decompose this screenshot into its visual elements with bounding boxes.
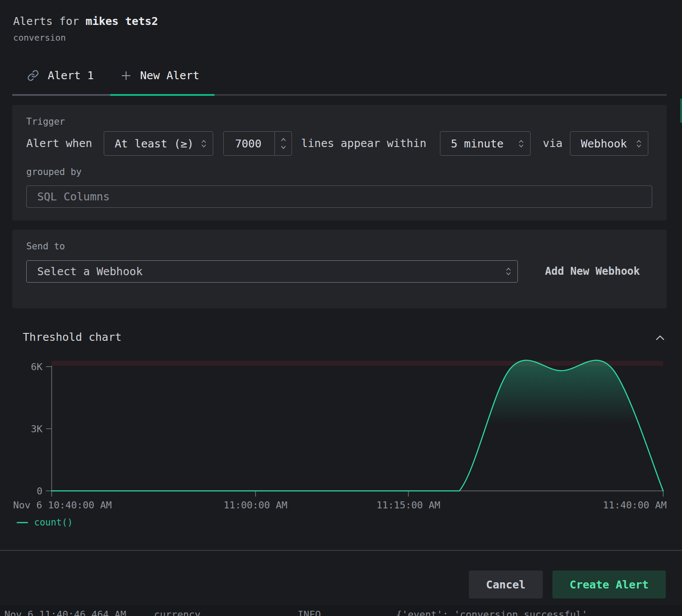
threshold-chart-title: Threshold chart <box>23 331 122 343</box>
chevron-updown-icon <box>636 139 642 149</box>
svg-text:Nov 6 10:40:00 AM: Nov 6 10:40:00 AM <box>13 500 112 511</box>
tab-alert-1-underline <box>12 94 110 96</box>
background-log-row: Nov 6 11:40:46.464 AM currency INFO {'ev… <box>0 605 682 616</box>
add-new-webhook-button[interactable]: Add New Webhook <box>545 260 640 283</box>
legend-line-swatch <box>17 522 28 523</box>
page-title-name: mikes tets2 <box>86 15 158 28</box>
threshold-value-field[interactable] <box>224 132 274 155</box>
svg-text:11:15:00 AM: 11:15:00 AM <box>376 500 440 511</box>
webhook-select[interactable]: Select a Webhook <box>26 260 518 283</box>
lines-appear-within-label: lines appear within <box>301 131 426 156</box>
svg-text:11:00:00 AM: 11:00:00 AM <box>224 500 288 511</box>
channel-select-value: Webhook <box>581 137 627 150</box>
scrollbar-thumb[interactable] <box>680 98 682 123</box>
page-subtitle: conversion <box>13 32 66 43</box>
create-alert-button[interactable]: Create Alert <box>552 570 666 598</box>
grouped-by-label: grouped by <box>26 167 81 177</box>
footer-divider <box>0 550 682 551</box>
time-window-select-value: 5 minute <box>451 137 503 150</box>
link-icon <box>27 70 39 81</box>
trigger-section-label: Trigger <box>26 116 65 127</box>
page-title: Alerts for mikes tets2 <box>13 15 158 28</box>
threshold-chart-canvas: 03K6KNov 6 10:40:00 AM11:00:00 AM11:15:0… <box>0 350 682 516</box>
tab-alert-1[interactable]: Alert 1 <box>27 69 94 82</box>
legend-item-count[interactable]: count() <box>17 517 73 528</box>
condition-select-value: At least (≥) <box>115 137 194 150</box>
log-row-timestamp: Nov 6 11:40:46.464 AM <box>4 609 126 616</box>
chevron-updown-icon <box>518 139 524 149</box>
chevron-up-icon <box>654 337 667 344</box>
svg-text:6K: 6K <box>31 361 43 372</box>
log-row-service: currency <box>154 609 200 616</box>
cancel-button[interactable]: Cancel <box>469 570 543 598</box>
alert-modal: Alerts for mikes tets2 conversion Alert … <box>0 0 682 616</box>
threshold-spinner[interactable] <box>274 132 292 155</box>
tab-alert-1-label: Alert 1 <box>48 69 94 82</box>
channel-select[interactable]: Webhook <box>570 131 648 156</box>
time-window-select[interactable]: 5 minute <box>440 131 531 156</box>
collapse-chart-button[interactable] <box>652 332 668 345</box>
log-row-message: {'event': 'conversion successful' <box>396 609 587 616</box>
chevron-updown-icon <box>201 139 207 149</box>
webhook-select-placeholder: Select a Webhook <box>37 265 143 278</box>
legend-label: count() <box>34 517 73 528</box>
svg-text:3K: 3K <box>31 424 43 434</box>
plus-icon <box>121 70 131 81</box>
alert-when-label: Alert when <box>26 131 92 156</box>
via-label: via <box>543 131 562 156</box>
chevron-updown-icon <box>506 266 511 276</box>
grouped-by-input[interactable] <box>26 186 652 208</box>
svg-text:11:40:00 AM: 11:40:00 AM <box>603 500 667 511</box>
log-row-level: INFO <box>298 609 321 616</box>
threshold-number-input[interactable] <box>223 131 292 156</box>
svg-text:0: 0 <box>37 486 42 497</box>
condition-select[interactable]: At least (≥) <box>104 131 213 156</box>
send-to-label: Send to <box>26 241 65 252</box>
tab-new-alert-active-underline <box>110 94 214 96</box>
tab-new-alert-label: New Alert <box>140 69 199 82</box>
tab-new-alert[interactable]: New Alert <box>121 69 199 82</box>
